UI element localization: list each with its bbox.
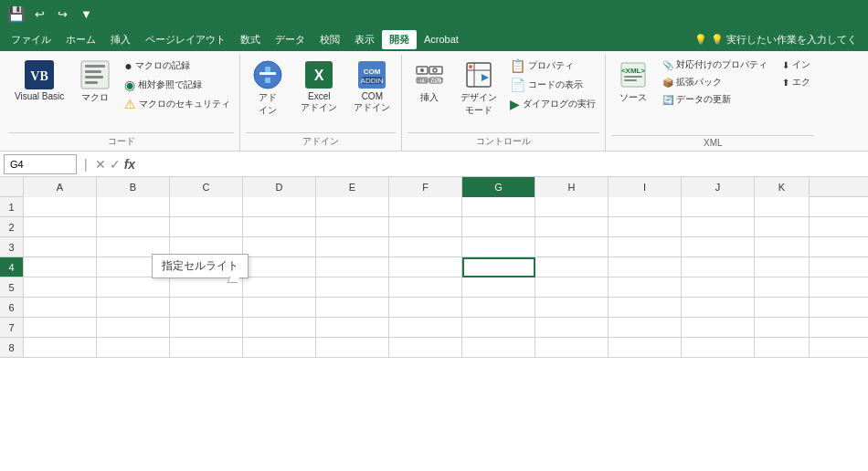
cell-j8[interactable]: [682, 338, 755, 358]
menu-data[interactable]: データ: [268, 30, 312, 49]
cell-f5[interactable]: [389, 277, 462, 298]
row-header-4[interactable]: 4: [0, 257, 24, 277]
cell-a5[interactable]: [24, 277, 97, 298]
cell-k3[interactable]: [755, 237, 810, 257]
cell-d7[interactable]: [243, 318, 316, 338]
menu-home[interactable]: ホーム: [58, 30, 103, 49]
cell-a7[interactable]: [24, 318, 97, 338]
cell-e8[interactable]: [316, 338, 389, 358]
cell-h2[interactable]: [535, 217, 609, 237]
col-header-j[interactable]: J: [682, 177, 755, 197]
col-header-d[interactable]: D: [243, 177, 316, 197]
cell-e5[interactable]: [316, 277, 389, 298]
cell-h6[interactable]: [535, 298, 609, 318]
undo-button[interactable]: ↩: [31, 5, 48, 23]
insert-control-button[interactable]: BTN INPUT 挿入: [408, 57, 451, 106]
cell-a3[interactable]: [24, 237, 97, 257]
cell-j4[interactable]: [682, 257, 755, 277]
cell-b6[interactable]: [97, 298, 170, 318]
cell-k2[interactable]: [755, 217, 810, 237]
cell-c6[interactable]: [170, 298, 243, 318]
cell-j6[interactable]: [682, 298, 755, 318]
cell-j1[interactable]: [682, 197, 755, 217]
export-button[interactable]: ⬆ エク: [778, 74, 814, 90]
cell-j5[interactable]: [682, 277, 755, 298]
cell-c4[interactable]: [170, 257, 243, 277]
cell-b7[interactable]: [97, 318, 170, 338]
cell-a1[interactable]: [24, 197, 97, 217]
cell-f8[interactable]: [389, 338, 462, 358]
cell-h7[interactable]: [535, 318, 609, 338]
col-header-f[interactable]: F: [389, 177, 462, 197]
menu-file[interactable]: ファイル: [4, 30, 58, 49]
cell-i6[interactable]: [609, 298, 682, 318]
cell-b4[interactable]: 指定セルライト: [97, 257, 170, 277]
macro-button[interactable]: マクロ: [73, 57, 117, 106]
corner-cell[interactable]: [0, 177, 24, 196]
cell-c7[interactable]: [170, 318, 243, 338]
col-header-i[interactable]: I: [609, 177, 682, 197]
menu-acrobat[interactable]: Acrobat: [417, 31, 466, 47]
cell-h5[interactable]: [535, 277, 609, 298]
cell-e4[interactable]: [316, 257, 389, 277]
cell-f4[interactable]: [389, 257, 462, 277]
excel-addin-button[interactable]: X Excelアドイン: [295, 57, 343, 116]
cell-g5[interactable]: [462, 277, 535, 298]
cell-d8[interactable]: [243, 338, 316, 358]
cell-h8[interactable]: [535, 338, 609, 358]
cell-i4[interactable]: [609, 257, 682, 277]
menu-page-layout[interactable]: ページレイアウト: [138, 30, 233, 49]
cell-k6[interactable]: [755, 298, 810, 318]
row-header-5[interactable]: 5: [0, 277, 24, 297]
menu-dev[interactable]: 開発: [382, 30, 417, 49]
cell-d2[interactable]: [243, 217, 316, 237]
cell-a8[interactable]: [24, 338, 97, 358]
cell-d4[interactable]: [243, 257, 316, 277]
cell-b2[interactable]: [97, 217, 170, 237]
cell-e3[interactable]: [316, 237, 389, 257]
cell-b8[interactable]: [97, 338, 170, 358]
name-box[interactable]: G4: [4, 154, 77, 174]
relative-record-button[interactable]: ◉ 相対参照で記録: [121, 76, 234, 94]
cell-j7[interactable]: [682, 318, 755, 338]
cell-j2[interactable]: [682, 217, 755, 237]
cell-i5[interactable]: [609, 277, 682, 298]
menu-review[interactable]: 校閲: [312, 30, 347, 49]
macro-security-button[interactable]: ⚠ マクロのセキュリティ: [121, 95, 234, 113]
cell-e1[interactable]: [316, 197, 389, 217]
addin-button[interactable]: アドイン: [246, 57, 290, 119]
cell-f3[interactable]: [389, 237, 462, 257]
run-dialog-button[interactable]: ▶ ダイアログの実行: [506, 95, 599, 113]
cell-k7[interactable]: [755, 318, 810, 338]
cell-i8[interactable]: [609, 338, 682, 358]
source-button[interactable]: <XML> ソース: [611, 57, 655, 106]
cell-i7[interactable]: [609, 318, 682, 338]
cell-b3[interactable]: [97, 237, 170, 257]
col-header-e[interactable]: E: [316, 177, 389, 197]
cancel-formula-button[interactable]: ✕: [95, 157, 106, 172]
cell-f2[interactable]: [389, 217, 462, 237]
confirm-formula-button[interactable]: ✓: [110, 157, 121, 172]
map-properties-button[interactable]: 📎 対応付けのプロパティ: [659, 57, 771, 73]
com-addin-button[interactable]: COM ADDIN COMアドイン: [348, 57, 396, 116]
cell-e6[interactable]: [316, 298, 389, 318]
cell-h3[interactable]: [535, 237, 609, 257]
expansion-pack-button[interactable]: 📦 拡張パック: [659, 74, 771, 90]
row-header-2[interactable]: 2: [0, 217, 24, 236]
cell-d3[interactable]: [243, 237, 316, 257]
design-mode-button[interactable]: デザインモード: [455, 57, 503, 119]
cell-a4[interactable]: [24, 257, 97, 277]
cell-d5[interactable]: [243, 277, 316, 298]
col-header-a[interactable]: A: [24, 177, 97, 197]
cell-a2[interactable]: [24, 217, 97, 237]
cell-d6[interactable]: [243, 298, 316, 318]
cell-i2[interactable]: [609, 217, 682, 237]
cell-g1[interactable]: [462, 197, 535, 217]
refresh-data-button[interactable]: 🔄 データの更新: [659, 91, 771, 108]
cell-g2[interactable]: [462, 217, 535, 237]
col-header-k[interactable]: K: [755, 177, 810, 197]
customize-button[interactable]: ▼: [77, 5, 96, 23]
row-header-8[interactable]: 8: [0, 338, 24, 357]
formula-input[interactable]: [139, 154, 864, 174]
record-macro-button[interactable]: ● マクロの記録: [121, 57, 234, 75]
